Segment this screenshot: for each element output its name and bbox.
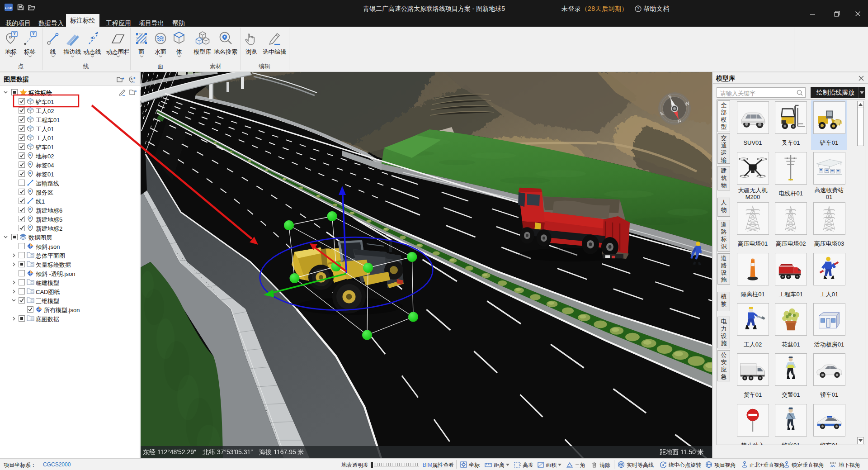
svg-text:?: ? xyxy=(637,6,639,11)
